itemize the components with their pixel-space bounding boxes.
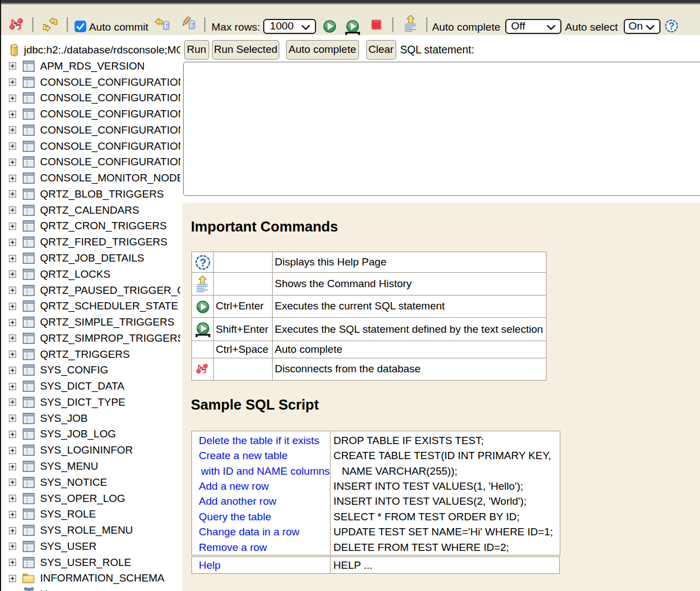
svg-text:?: ?	[200, 257, 206, 269]
svg-text:?: ?	[668, 21, 674, 32]
